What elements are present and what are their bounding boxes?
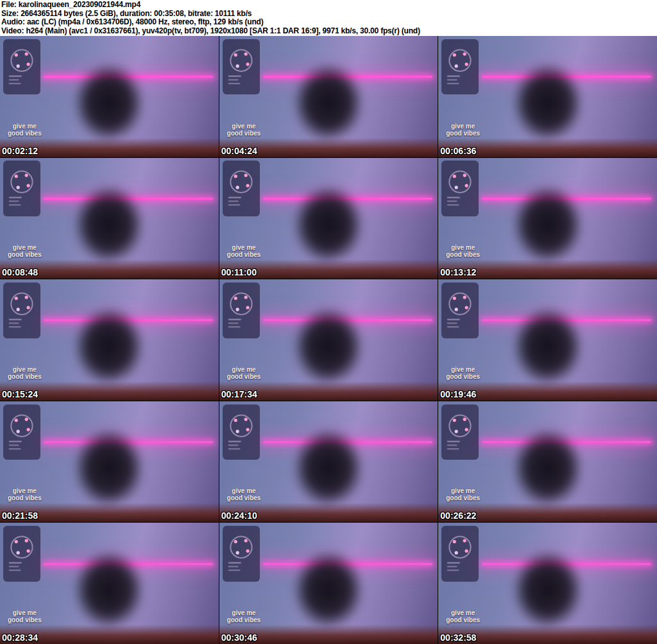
- video-thumbnail[interactable]: give me good vibes 00:19:46: [438, 279, 657, 401]
- timestamp-overlay: 00:17:34: [221, 389, 257, 399]
- room-sign-text: give me good vibes: [446, 366, 480, 380]
- video-thumbnail[interactable]: give me good vibes 00:11:00: [219, 158, 438, 279]
- redacted-subject-blur: [504, 306, 592, 396]
- video-thumbnail[interactable]: give me good vibes 00:04:24: [219, 36, 438, 157]
- tip-wheel-overlay: [223, 39, 260, 95]
- wheel-icon: [223, 526, 260, 582]
- video-thumbnail[interactable]: give me good vibes 00:26:22: [438, 401, 657, 523]
- timestamp-overlay: 00:24:10: [221, 510, 257, 521]
- thumbnail-placeholder: give me good vibes: [0, 36, 219, 157]
- redacted-subject-blur: [285, 428, 372, 518]
- wheel-icon: [223, 283, 260, 338]
- thumbnail-placeholder: give me good vibes: [219, 401, 438, 523]
- file-name-line: File: karolinaqueen_202309021944.mp4: [1, 1, 657, 10]
- room-sign-text: give me good vibes: [8, 609, 42, 623]
- timestamp-overlay: 00:21:58: [2, 510, 38, 521]
- redacted-subject-blur: [504, 550, 592, 640]
- thumbnail-placeholder: give me good vibes: [438, 279, 657, 401]
- video-thumbnail[interactable]: give me good vibes 00:06:36: [438, 36, 657, 157]
- wheel-icon: [3, 405, 40, 460]
- tip-wheel-overlay: [3, 283, 40, 338]
- room-sign-text: give me good vibes: [227, 123, 261, 137]
- room-sign-text: give me good vibes: [446, 123, 480, 137]
- video-info-line: Video: h264 (Main) (avc1 / 0x31637661), …: [1, 27, 657, 36]
- wheel-icon: [441, 283, 479, 338]
- tip-wheel-overlay: [441, 283, 479, 338]
- thumbnail-grid: give me good vibes 00:02:12 give me good…: [0, 36, 657, 644]
- redacted-subject-blur: [504, 184, 592, 274]
- wheel-icon: [3, 526, 40, 582]
- tip-wheel-overlay: [3, 405, 40, 460]
- room-sign-text: give me good vibes: [446, 487, 480, 501]
- tip-wheel-overlay: [223, 161, 260, 216]
- wheel-icon: [441, 405, 479, 460]
- room-sign-text: give me good vibes: [8, 487, 42, 501]
- wheel-icon: [441, 526, 479, 582]
- wheel-icon: [3, 283, 40, 338]
- redacted-subject-blur: [504, 62, 592, 152]
- video-thumbnail[interactable]: give me good vibes 00:30:46: [219, 523, 438, 644]
- room-sign-text: give me good vibes: [227, 366, 261, 380]
- thumbnail-placeholder: give me good vibes: [438, 36, 657, 157]
- tip-wheel-overlay: [441, 39, 479, 95]
- thumbnail-placeholder: give me good vibes: [438, 158, 657, 279]
- timestamp-overlay: 00:26:22: [440, 510, 476, 521]
- thumbnail-placeholder: give me good vibes: [219, 158, 438, 279]
- tip-wheel-overlay: [223, 526, 260, 582]
- timestamp-overlay: 00:19:46: [440, 389, 476, 399]
- redacted-subject-blur: [65, 550, 153, 640]
- redacted-subject-blur: [65, 184, 153, 274]
- redacted-subject-blur: [285, 306, 372, 396]
- timestamp-overlay: 00:06:36: [440, 146, 476, 156]
- wheel-icon: [223, 405, 260, 460]
- room-sign-text: give me good vibes: [8, 366, 42, 380]
- wheel-icon: [441, 39, 479, 95]
- tip-wheel-overlay: [441, 405, 479, 460]
- file-size-line: Size: 2664365114 bytes (2.5 GiB), durati…: [1, 10, 657, 19]
- tip-wheel-overlay: [441, 526, 479, 582]
- timestamp-overlay: 00:11:00: [221, 267, 257, 277]
- room-sign-text: give me good vibes: [446, 244, 480, 258]
- thumbnail-placeholder: give me good vibes: [438, 523, 657, 644]
- video-thumbnail[interactable]: give me good vibes 00:24:10: [219, 401, 438, 523]
- timestamp-overlay: 00:08:48: [2, 267, 38, 277]
- tip-wheel-overlay: [441, 161, 479, 216]
- timestamp-overlay: 00:02:12: [2, 146, 38, 156]
- thumbnail-placeholder: give me good vibes: [0, 401, 219, 523]
- redacted-subject-blur: [285, 184, 372, 274]
- tip-wheel-overlay: [3, 161, 40, 216]
- redacted-subject-blur: [285, 550, 372, 640]
- thumbnail-placeholder: give me good vibes: [219, 523, 438, 644]
- room-sign-text: give me good vibes: [227, 487, 261, 501]
- room-sign-text: give me good vibes: [227, 609, 261, 623]
- room-sign-text: give me good vibes: [8, 244, 42, 258]
- thumbnail-placeholder: give me good vibes: [438, 401, 657, 523]
- file-metadata-header: File: karolinaqueen_202309021944.mp4 Siz…: [0, 0, 657, 36]
- tip-wheel-overlay: [3, 39, 40, 95]
- redacted-subject-blur: [65, 62, 153, 152]
- video-thumbnail[interactable]: give me good vibes 00:13:12: [438, 158, 657, 279]
- room-sign-text: give me good vibes: [446, 609, 480, 623]
- tip-wheel-overlay: [3, 526, 40, 582]
- video-thumbnail[interactable]: give me good vibes 00:15:24: [0, 279, 219, 401]
- video-thumbnail[interactable]: give me good vibes 00:32:58: [438, 523, 657, 644]
- tip-wheel-overlay: [223, 405, 260, 460]
- video-thumbnail[interactable]: give me good vibes 00:08:48: [0, 158, 219, 279]
- tip-wheel-overlay: [223, 283, 260, 338]
- timestamp-overlay: 00:30:46: [221, 632, 257, 643]
- timestamp-overlay: 00:13:12: [440, 267, 476, 277]
- room-sign-text: give me good vibes: [227, 244, 261, 258]
- timestamp-overlay: 00:15:24: [2, 389, 38, 399]
- video-thumbnail[interactable]: give me good vibes 00:28:34: [0, 523, 219, 644]
- redacted-subject-blur: [65, 428, 153, 518]
- wheel-icon: [3, 161, 40, 216]
- thumbnail-placeholder: give me good vibes: [0, 158, 219, 279]
- timestamp-overlay: 00:32:58: [440, 632, 476, 643]
- wheel-icon: [3, 39, 40, 95]
- timestamp-overlay: 00:04:24: [221, 146, 257, 156]
- video-thumbnail[interactable]: give me good vibes 00:21:58: [0, 401, 219, 523]
- room-sign-text: give me good vibes: [8, 123, 42, 137]
- video-thumbnail[interactable]: give me good vibes 00:02:12: [0, 36, 219, 157]
- thumbnail-placeholder: give me good vibes: [219, 279, 438, 401]
- video-thumbnail[interactable]: give me good vibes 00:17:34: [219, 279, 438, 401]
